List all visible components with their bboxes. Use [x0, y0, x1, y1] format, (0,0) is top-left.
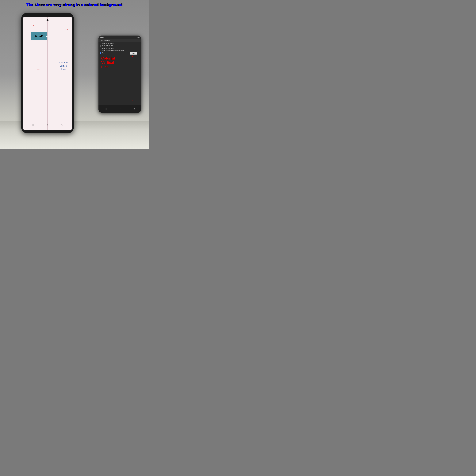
second-phone-screen: 16:53 32% Loopback Test Start : RCV_1stM…: [99, 35, 141, 113]
price-tag: Nov.49: [31, 32, 47, 40]
radio-spk2ndmic[interactable]: [100, 45, 101, 47]
arrow-mid-left: →: [26, 56, 29, 60]
loopback-title: Loopback Test: [99, 39, 141, 42]
main-phone-screen: Nov.49 Colored Vertical Line ↑ ↗ → ↙ |||…: [23, 17, 72, 130]
arrow-colored-line: ↙: [36, 67, 40, 71]
second-nav-recents-icon[interactable]: |||: [105, 108, 106, 110]
second-phone: 16:53 32% Loopback Test Start : RCV_1stM…: [99, 35, 141, 113]
second-arrow-bottom: ↘: [131, 98, 134, 102]
status-battery: 32%: [137, 37, 139, 38]
nav-back-icon[interactable]: <: [61, 123, 63, 126]
loopback-option-1[interactable]: Start : RCV_1stMic: [100, 42, 140, 45]
radio-spk3rdmic[interactable]: [100, 48, 101, 49]
loopback-option-3[interactable]: Start : SPK_3rdMic: [100, 47, 140, 50]
nav-recents-icon[interactable]: |||: [32, 123, 34, 126]
second-phone-navbar: ||| ○ <: [99, 105, 141, 113]
colorful-vertical-label: Colorful Vertical Line: [101, 56, 115, 69]
loopback-option-4[interactable]: Start : E/P (Please insert Earphone): [100, 50, 140, 52]
arrow-top-right: ↗: [64, 28, 68, 32]
status-time: 16:53: [100, 37, 104, 38]
nav-home-icon[interactable]: ○: [47, 123, 49, 126]
second-nav-home-icon[interactable]: ○: [119, 108, 121, 110]
option-spk2ndmic-label: Start : SPK_2ndMic: [102, 45, 114, 47]
second-nav-back-icon[interactable]: <: [134, 108, 135, 110]
radio-ep[interactable]: [100, 50, 101, 51]
loopback-option-2[interactable]: Start : SPK_2ndMic: [100, 45, 140, 47]
option-spk3rdmic-label: Start : SPK_3rdMic: [102, 48, 114, 49]
page-title: The Lines are very strong in a colored b…: [0, 2, 149, 7]
main-phone: Nov.49 Colored Vertical Line ↑ ↗ → ↙ |||…: [21, 13, 74, 133]
arrow-top-left: ↑: [32, 24, 35, 27]
price-tag-notch: [46, 35, 48, 37]
colored-vertical-label: Colored Vertical Line: [59, 61, 68, 71]
second-arrow-top: ↘: [131, 54, 134, 57]
radio-stop[interactable]: [100, 52, 101, 54]
option-ep-label: Start : E/P (Please insert Earphone): [102, 50, 124, 51]
colored-vertical-line: [47, 17, 48, 130]
second-phone-statusbar: 16:53 32%: [99, 35, 141, 39]
option-stop-label: Stop: [102, 52, 105, 54]
green-vertical-line: [125, 39, 125, 105]
camera-cutout: [47, 19, 49, 21]
price-tag-text: Nov.49: [35, 35, 43, 38]
option-rcv1stmic-label: Start : RCV_1stMic: [102, 43, 114, 44]
main-phone-navbar: ||| ○ <: [23, 122, 72, 127]
radio-rcv1stmic[interactable]: [100, 43, 101, 44]
